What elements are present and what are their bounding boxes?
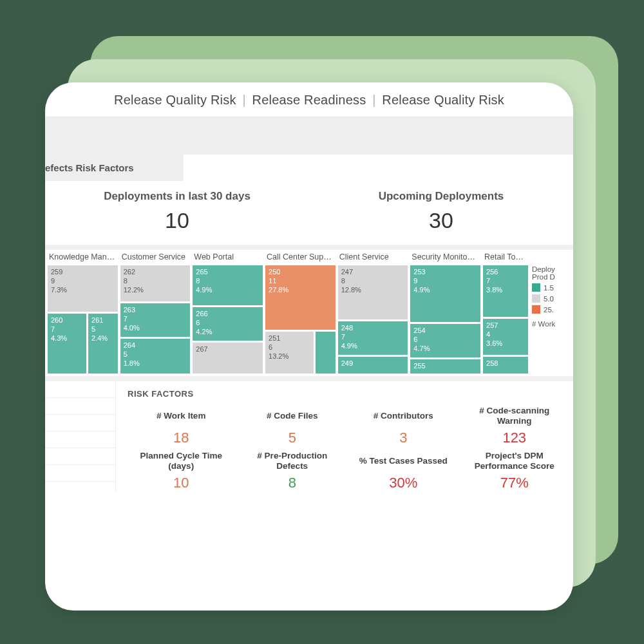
treemap-col-header: Knowledge Manag… xyxy=(48,252,118,265)
breadcrumb-item[interactable]: Release Readiness xyxy=(252,93,366,107)
risk-metric: Project's DPM Performance Score77% xyxy=(461,450,569,491)
treemap-cell[interactable]: 26152.4% xyxy=(88,314,118,374)
kpi-title: Upcoming Deployments xyxy=(309,190,573,203)
treemap[interactable]: Knowledge Manag… 25997.3% 26074.3% 26152… xyxy=(45,250,528,376)
list-item[interactable] xyxy=(45,448,115,465)
risk-metric: # Code Files5 xyxy=(239,405,346,446)
list-item[interactable] xyxy=(45,398,115,415)
treemap-cell[interactable]: 25464.7% xyxy=(410,324,480,357)
treemap-cell[interactable]: 25673.8% xyxy=(483,265,528,317)
treemap-cell[interactable]: 262812.2% xyxy=(120,265,191,301)
treemap-col-header: Web Portal xyxy=(193,252,263,265)
risk-metric-value: 5 xyxy=(239,430,346,446)
legend-title: Prod D xyxy=(532,273,573,281)
list-item[interactable] xyxy=(45,415,115,431)
legend-row: 5.0 xyxy=(532,294,573,303)
treemap-cell[interactable] xyxy=(316,332,335,374)
treemap-col: Knowledge Manag… 25997.3% 26074.3% 26152… xyxy=(48,252,118,374)
toolbar-band xyxy=(45,117,573,155)
risk-metric: # Contributors3 xyxy=(350,405,457,446)
tab-defects-risk-factors[interactable]: efects Risk Factors xyxy=(45,155,184,181)
treemap-cell[interactable]: 25394.9% xyxy=(410,265,480,322)
treemap-col-header: Retail To… xyxy=(483,252,528,265)
kpi-value: 10 xyxy=(45,208,309,233)
risk-side-list xyxy=(45,381,116,491)
breadcrumb-item[interactable]: Release Quality Risk xyxy=(114,93,236,107)
swatch-teal xyxy=(532,283,540,292)
treemap-col-header: Customer Service xyxy=(120,252,191,265)
list-item[interactable] xyxy=(45,465,115,482)
treemap-cell[interactable]: 267 xyxy=(193,343,263,374)
treemap-cell[interactable]: 26584.9% xyxy=(193,265,263,305)
list-item[interactable] xyxy=(45,431,115,448)
treemap-col-header: Client Service xyxy=(338,252,408,265)
risk-metric-label: # Pre-Production Defects xyxy=(239,450,346,472)
breadcrumb-sep: | xyxy=(370,93,378,107)
treemap-cell[interactable]: 24874.9% xyxy=(338,321,408,355)
treemap-cell[interactable]: 26374.0% xyxy=(120,303,191,337)
risk-metric-label: Project's DPM Performance Score xyxy=(461,450,569,472)
treemap-cell[interactable]: 25997.3% xyxy=(48,265,118,312)
risk-metric-value: 8 xyxy=(239,475,346,491)
treemap-col-header: Call Center Supp… xyxy=(265,252,336,265)
risk-metric-value: 77% xyxy=(461,475,569,491)
swatch-gray xyxy=(532,294,540,303)
risk-metric: # Work Item18 xyxy=(128,405,235,446)
risk-grid: # Work Item18# Code Files5# Contributors… xyxy=(128,405,568,491)
risk-metric-value: 30% xyxy=(350,475,457,491)
risk-metric-label: # Contributors xyxy=(350,405,457,427)
treemap-col: Web Portal 26584.9% 26664.2% 267 xyxy=(193,252,263,374)
treemap-cell[interactable]: 255 xyxy=(410,359,480,374)
risk-metric-label: % Test Cases Passed xyxy=(350,450,457,472)
risk-metric-label: # Code-scanning Warning xyxy=(461,405,569,427)
risk-metric-value: 10 xyxy=(128,475,235,491)
treemap-cell[interactable]: 258 xyxy=(483,357,528,374)
treemap-cell[interactable]: 26074.3% xyxy=(48,314,86,374)
treemap-cell[interactable]: 247812.8% xyxy=(338,265,408,319)
treemap-col: Client Service 247812.8% 24874.9% 249 xyxy=(338,252,408,374)
treemap-cell[interactable]: 26664.2% xyxy=(193,307,263,341)
treemap-cell[interactable]: 249 xyxy=(338,357,408,374)
kpi-deployments-30d: Deployments in last 30 days 10 xyxy=(45,190,309,233)
treemap-cell[interactable]: 251613.2% xyxy=(265,332,314,374)
treemap-cell[interactable]: 26451.8% xyxy=(120,339,191,374)
treemap-cell[interactable]: 25743.6% xyxy=(483,319,528,355)
treemap-col: Customer Service 262812.2% 26374.0% 2645… xyxy=(120,252,191,374)
risk-metric-label: # Work Item xyxy=(128,405,235,427)
legend-title: Deploy xyxy=(532,265,573,273)
legend-footer: # Work xyxy=(532,320,573,328)
legend-row: 25. xyxy=(532,305,573,314)
risk-heading: RISK FACTORS xyxy=(128,389,568,399)
dashboard-card: Release Quality Risk | Release Readiness… xyxy=(45,82,573,611)
kpi-value: 30 xyxy=(309,208,573,233)
treemap-col: Security Monito… 25394.9% 25464.7% 255 xyxy=(410,252,480,374)
treemap-col-header: Security Monito… xyxy=(410,252,480,265)
treemap-cell[interactable]: 2501127.8% xyxy=(265,265,336,330)
kpi-row: Deployments in last 30 days 10 Upcoming … xyxy=(45,181,573,245)
treemap-col: Retail To… 25673.8% 25743.6% 258 xyxy=(483,252,528,374)
treemap-section: Knowledge Manag… 25997.3% 26074.3% 26152… xyxy=(45,245,573,376)
treemap-col: Call Center Supp… 2501127.8% 251613.2% xyxy=(265,252,336,374)
risk-metric-value: 18 xyxy=(128,430,235,446)
tab-strip: efects Risk Factors xyxy=(45,155,573,181)
swatch-orange xyxy=(532,305,540,314)
kpi-title: Deployments in last 30 days xyxy=(45,190,309,203)
risk-metric: # Code-scanning Warning123 xyxy=(461,405,569,446)
kpi-upcoming-deployments: Upcoming Deployments 30 xyxy=(309,190,573,233)
breadcrumb-sep: | xyxy=(240,93,248,107)
treemap-legend: Deploy Prod D 1.5 5.0 25. # Work xyxy=(528,250,573,376)
risk-metric: % Test Cases Passed30% xyxy=(350,450,457,491)
risk-factors-panel: RISK FACTORS # Work Item18# Code Files5#… xyxy=(45,376,573,491)
breadcrumb-item[interactable]: Release Quality Risk xyxy=(382,93,504,107)
risk-metric-label: # Code Files xyxy=(239,405,346,427)
risk-metric-label: Planned Cycle Time (days) xyxy=(128,450,235,472)
risk-metric: Planned Cycle Time (days)10 xyxy=(128,450,235,491)
breadcrumb: Release Quality Risk | Release Readiness… xyxy=(45,82,573,117)
risk-metric-value: 3 xyxy=(350,430,457,446)
legend-row: 1.5 xyxy=(532,283,573,292)
risk-metric-value: 123 xyxy=(461,430,569,446)
risk-metric: # Pre-Production Defects8 xyxy=(239,450,346,491)
